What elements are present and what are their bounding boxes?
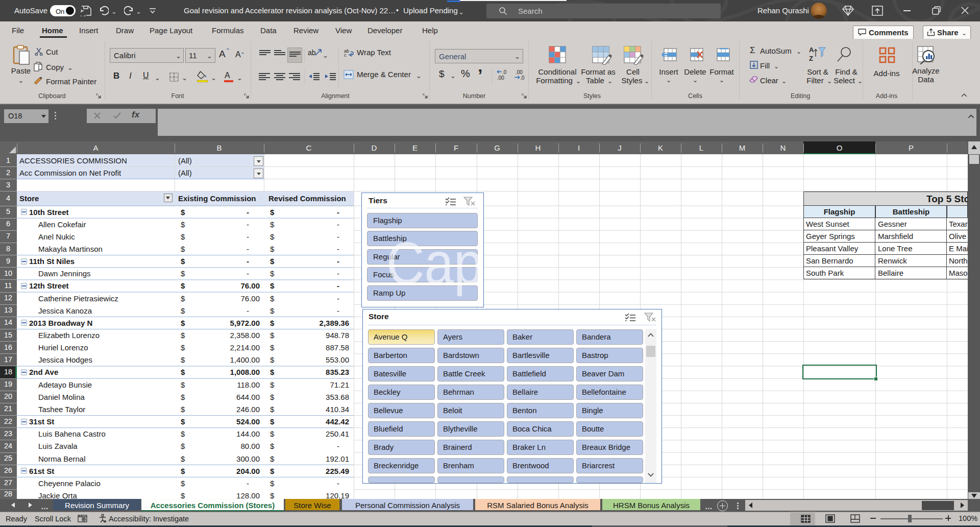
svg-text:.0: .0 [520, 75, 525, 81]
svg-text:c: c [344, 53, 347, 57]
svg-text:A: A [809, 46, 814, 54]
svg-text:.0: .0 [502, 69, 507, 75]
svg-text:.00: .00 [516, 69, 523, 75]
svg-text:.00: .00 [497, 75, 504, 81]
svg-text:Z: Z [809, 55, 813, 62]
